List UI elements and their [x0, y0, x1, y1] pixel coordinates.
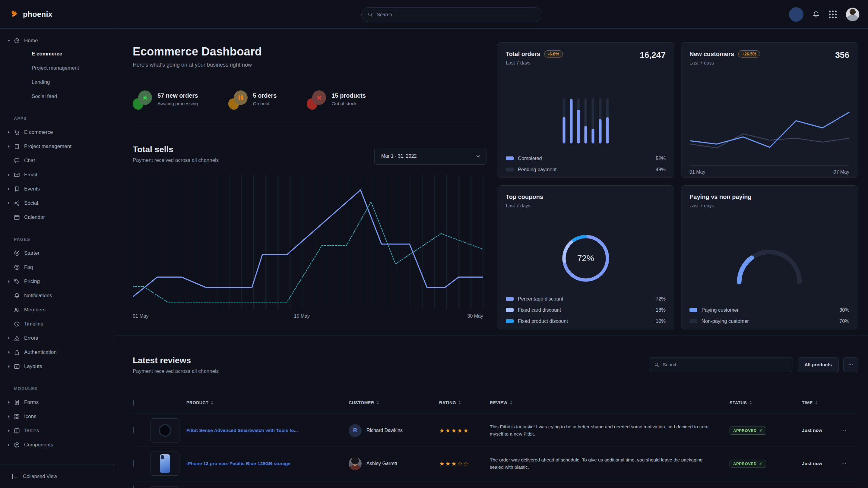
sidebar-item-ecommerce-home[interactable]: E commerce: [0, 47, 115, 61]
sidebar-item-chat[interactable]: Chat: [0, 154, 115, 168]
sidebar-item-ecommerce[interactable]: E commerce: [0, 125, 115, 139]
sidebar-item-landing[interactable]: Landing: [0, 75, 115, 89]
paying-legend: Paying customer30% Non-paying customer70…: [689, 304, 849, 327]
legend-swatch: [506, 319, 514, 323]
customers-line-chart: [689, 94, 850, 164]
sidebar-item-calendar[interactable]: Calendar: [0, 210, 115, 224]
sidebar-item-social[interactable]: Social: [0, 196, 115, 210]
sidebar-item-timeline[interactable]: Timeline: [0, 317, 115, 331]
table-row-partial: [133, 480, 858, 488]
apps-menu-button[interactable]: [829, 10, 837, 19]
stat-value: 15 products: [332, 90, 366, 99]
sort-icon: [815, 401, 818, 404]
sidebar-section-modules: MODULES: [14, 386, 115, 391]
sidebar-item-components[interactable]: Components: [0, 438, 115, 452]
reviews-search-input[interactable]: [663, 362, 788, 367]
card-value: 16,247: [640, 50, 665, 60]
caret-right-icon: [8, 188, 10, 191]
notifications-button[interactable]: [812, 11, 820, 18]
review-text: The order was delivered ahead of schedul…: [490, 456, 730, 471]
reviews-search[interactable]: [649, 357, 793, 372]
donut-center-label: 72%: [560, 233, 611, 284]
sidebar-item-tables[interactable]: Tables: [0, 423, 115, 438]
bell-icon: [14, 293, 20, 299]
sidebar-item-project-management-home[interactable]: Project management: [0, 61, 115, 75]
sidebar-item-label: Email: [24, 172, 37, 178]
product-thumbnail[interactable]: [150, 486, 180, 488]
bell-icon: [812, 11, 820, 18]
dark-mode-toggle[interactable]: [789, 7, 803, 22]
grid-icon: [14, 414, 20, 420]
sidebar-item-icons[interactable]: Icons: [0, 409, 115, 423]
sidebar-item-layouts[interactable]: Layouts: [0, 359, 115, 373]
sidebar-item-notifications[interactable]: Notifications: [0, 289, 115, 303]
legend-value: 10%: [656, 318, 665, 324]
row-actions-button[interactable]: ⋯: [841, 460, 858, 467]
cart-icon: [14, 129, 20, 135]
sidebar-item-email[interactable]: Email: [0, 168, 115, 182]
row-checkbox[interactable]: [133, 427, 134, 433]
trend-badge: +26.5%: [738, 50, 760, 58]
all-products-button[interactable]: All products: [798, 357, 839, 372]
stat-caption: On hold: [253, 101, 277, 106]
sidebar-item-members[interactable]: Members: [0, 303, 115, 317]
sidebar-section-apps: APPS: [14, 116, 115, 121]
sidebar-item-faq[interactable]: Faq: [0, 260, 115, 274]
more-options-button[interactable]: ⋯: [843, 357, 858, 372]
product-link[interactable]: Fitbit Sense Advanced Smartwatch with To…: [186, 427, 349, 434]
collapse-icon: ←: [12, 473, 19, 480]
warning-triangle-icon: [14, 335, 20, 341]
caret-right-icon: [8, 401, 10, 404]
date-range-select[interactable]: Mar 1 - 31, 2022: [374, 148, 487, 165]
sidebar-item-social-feed[interactable]: Social feed: [0, 89, 115, 103]
column-header-review[interactable]: REVIEW: [490, 400, 730, 405]
collapse-sidebar-button[interactable]: ← Collapsed View: [0, 464, 115, 488]
card-period: Last 7 days: [689, 203, 752, 208]
sidebar-item-label: Chat: [24, 158, 35, 164]
sidebar-item-project-management[interactable]: Project management: [0, 139, 115, 154]
stat-out-of-stock: × 15 products Out of stock: [307, 90, 366, 127]
customers-x-axis: 01 May 07 May: [689, 165, 849, 175]
document-icon: [14, 399, 20, 405]
package-icon: [14, 442, 20, 448]
table-icon: [14, 428, 20, 434]
envelope-icon: [14, 172, 20, 178]
order-bar: [563, 98, 565, 143]
sidebar-item-label: Members: [24, 307, 45, 313]
stat-orders-on-hold: 5 orders On hold: [228, 90, 277, 127]
stat-new-orders: ★ 57 new orders Awating processing: [133, 90, 198, 127]
column-header-status[interactable]: STATUS: [730, 400, 802, 405]
sidebar-item-label: Components: [24, 442, 53, 448]
global-search[interactable]: [361, 7, 542, 22]
column-header-product[interactable]: PRODUCT: [186, 400, 349, 405]
sidebar-item-starter[interactable]: Starter: [0, 246, 115, 260]
caret-down-icon: [7, 40, 10, 42]
product-thumbnail-smartwatch[interactable]: [150, 418, 180, 443]
row-checkbox[interactable]: [133, 460, 134, 466]
sidebar-item-label: Project management: [32, 65, 79, 71]
card-title: Paying vs non paying: [689, 194, 752, 200]
global-search-input[interactable]: [377, 12, 536, 18]
sidebar-item-pricing[interactable]: Pricing: [0, 274, 115, 289]
row-actions-button[interactable]: ⋯: [841, 427, 858, 434]
product-link[interactable]: iPhone 13 pro max-Pacific Blue-128GB sto…: [186, 460, 349, 467]
sidebar-item-authentication[interactable]: Authentication: [0, 345, 115, 359]
sidebar-item-events[interactable]: Events: [0, 182, 115, 196]
column-header-rating[interactable]: RATING: [439, 400, 490, 405]
sidebar-item-forms[interactable]: Forms: [0, 395, 115, 409]
row-checkbox[interactable]: [133, 486, 134, 488]
product-thumbnail-iphone[interactable]: [150, 452, 180, 476]
select-all-checkbox[interactable]: [133, 400, 134, 406]
card-title: New customers: [689, 51, 734, 58]
sidebar-item-home[interactable]: Home: [0, 35, 115, 47]
brand-name: phoenix: [23, 10, 53, 19]
smartwatch-image: [159, 424, 171, 437]
reviews-table: PRODUCT CUSTOMER RATING REVIEW STATUS TI…: [133, 392, 858, 488]
caret-right-icon: [8, 145, 10, 148]
user-avatar[interactable]: [846, 7, 860, 22]
column-header-time[interactable]: TIME: [802, 400, 841, 405]
legend-label: Paying customer: [702, 307, 739, 313]
sidebar-item-errors[interactable]: Errors: [0, 331, 115, 345]
column-header-customer[interactable]: CUSTOMER: [349, 400, 439, 405]
brand-logo[interactable]: phoenix: [9, 0, 53, 29]
